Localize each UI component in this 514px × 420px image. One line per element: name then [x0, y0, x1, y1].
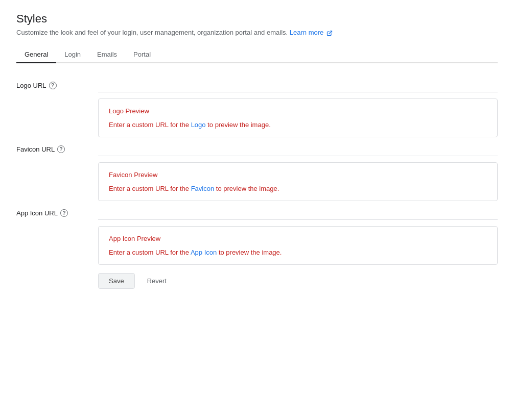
- favicon-url-input[interactable]: [98, 141, 498, 156]
- app-icon-url-row: App Icon URL ? App Icon Preview Enter a …: [16, 205, 498, 265]
- app-icon-preview-link: App Icon: [191, 249, 217, 256]
- save-button-label: Save: [109, 277, 124, 285]
- favicon-url-field: Favicon Preview Enter a custom URL for t…: [98, 141, 498, 201]
- button-row: Save Revert: [16, 273, 498, 289]
- app-icon-preview-message: Enter a custom URL for the App Icon to p…: [109, 249, 487, 256]
- learn-more-label: Learn more: [290, 29, 323, 36]
- learn-more-link[interactable]: Learn more: [290, 29, 333, 36]
- logo-url-help-icon: ?: [49, 82, 57, 89]
- logo-url-input[interactable]: [98, 78, 498, 92]
- app-icon-url-label: App Icon URL ?: [16, 205, 98, 217]
- logo-url-label-text: Logo URL: [16, 82, 46, 89]
- external-link-icon: [326, 30, 333, 36]
- app-icon-preview-suffix: to preview the image.: [217, 249, 282, 256]
- app-icon-url-input[interactable]: [98, 205, 498, 220]
- save-button[interactable]: Save: [98, 273, 135, 289]
- logo-preview-suffix: to preview the image.: [206, 121, 271, 129]
- logo-url-field: Logo Preview Enter a custom URL for the …: [98, 78, 498, 137]
- app-icon-url-help-icon: ?: [60, 209, 68, 217]
- tab-emails[interactable]: Emails: [89, 46, 125, 63]
- favicon-preview-suffix: to preview the image.: [214, 185, 279, 192]
- logo-preview-link: Logo: [191, 121, 206, 129]
- app-icon-preview-box: App Icon Preview Enter a custom URL for …: [98, 226, 498, 265]
- logo-preview-title: Logo Preview: [109, 107, 487, 115]
- app-icon-preview-prefix: Enter a custom URL for the: [109, 249, 191, 256]
- app-icon-url-field: App Icon Preview Enter a custom URL for …: [98, 205, 498, 265]
- favicon-url-help-icon: ?: [57, 145, 65, 153]
- favicon-preview-message: Enter a custom URL for the Favicon to pr…: [109, 185, 487, 192]
- favicon-preview-box: Favicon Preview Enter a custom URL for t…: [98, 162, 498, 201]
- favicon-preview-link: Favicon: [191, 185, 215, 192]
- favicon-preview-prefix: Enter a custom URL for the: [109, 185, 191, 192]
- page-subtitle: Customize the look and feel of your logi…: [16, 29, 498, 36]
- favicon-preview-title: Favicon Preview: [109, 171, 487, 179]
- subtitle-text: Customize the look and feel of your logi…: [16, 29, 288, 36]
- logo-url-row: Logo URL ? Logo Preview Enter a custom U…: [16, 78, 498, 137]
- favicon-url-label-text: Favicon URL: [16, 145, 55, 153]
- app-icon-url-label-text: App Icon URL: [16, 209, 58, 217]
- favicon-url-row: Favicon URL ? Favicon Preview Enter a cu…: [16, 141, 498, 201]
- tabs-container: General Login Emails Portal: [16, 46, 498, 63]
- tab-general[interactable]: General: [16, 46, 56, 63]
- revert-button[interactable]: Revert: [143, 274, 171, 288]
- favicon-url-label: Favicon URL ?: [16, 141, 98, 153]
- tab-login[interactable]: Login: [56, 46, 89, 63]
- revert-button-label: Revert: [147, 277, 167, 285]
- app-icon-preview-title: App Icon Preview: [109, 235, 487, 242]
- tab-portal[interactable]: Portal: [125, 46, 159, 63]
- svg-line-0: [329, 31, 332, 34]
- logo-preview-prefix: Enter a custom URL for the: [109, 121, 191, 129]
- logo-preview-message: Enter a custom URL for the Logo to previ…: [109, 121, 487, 129]
- page-title: Styles: [16, 12, 498, 26]
- logo-url-label: Logo URL ?: [16, 78, 98, 89]
- logo-preview-box: Logo Preview Enter a custom URL for the …: [98, 98, 498, 137]
